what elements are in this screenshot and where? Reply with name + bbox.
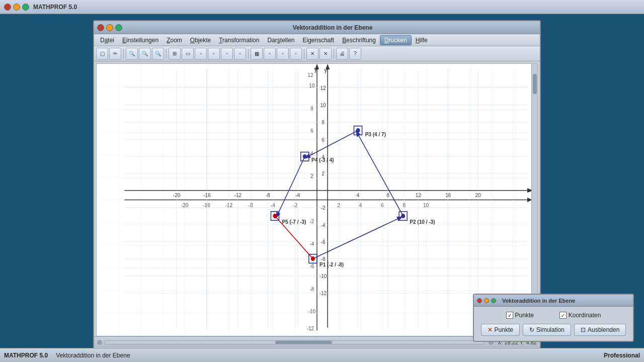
close-btn[interactable]: [4, 4, 11, 11]
toolbar: ▢ ✏ 🔍 🔍 🔍 ⊞ ▭ ▫ ▫ ▫ ▫ ▦ ▫ ▫ ▫ ✕ ✕ 🖨 ?: [94, 46, 540, 61]
svg-text:P1 (-2 / -8): P1 (-2 / -8): [319, 261, 344, 268]
checkbox-koordinaten[interactable]: ✓: [559, 312, 567, 319]
toolbar-sep2: [166, 49, 167, 59]
svg-text:-12: -12: [234, 192, 242, 199]
toolbar-b4[interactable]: ▫: [234, 48, 246, 60]
svg-point-117: [356, 128, 360, 133]
min-btn[interactable]: [13, 4, 20, 11]
svg-text:Y: Y: [313, 66, 318, 74]
svg-text:6: 6: [321, 136, 325, 143]
toolbar-help[interactable]: ?: [349, 48, 361, 60]
toolbar-zoom-in[interactable]: 🔍: [152, 48, 164, 60]
toolbar-close-x[interactable]: ✕: [306, 48, 318, 60]
title-bar: MATHPROF 5.0: [0, 0, 644, 14]
menu-hilfe[interactable]: Hilfe: [412, 36, 432, 45]
dialog-buttons: ✕ Punkte ↻ Simulation ⊡ Ausblenden: [479, 324, 628, 336]
scroll-left-btn[interactable]: [97, 340, 102, 345]
toolbar-sep5: [334, 49, 334, 59]
btn-simulation-label: Simulation: [536, 326, 565, 333]
dialog-min-btn[interactable]: [484, 298, 489, 303]
graph-svg: X Y -4 -8 -12 -16 -20 -2 2 4 6 8 10 2 4 …: [97, 64, 537, 336]
svg-text:P3 (4 / 7): P3 (4 / 7): [365, 131, 386, 137]
svg-text:-4: -4: [321, 222, 326, 228]
max-btn[interactable]: [22, 4, 29, 11]
main-min-btn[interactable]: [106, 24, 113, 31]
btn-simulation[interactable]: ↻ Simulation: [523, 324, 571, 336]
menu-eigenschaft[interactable]: Eigenschaft: [298, 36, 338, 45]
checkbox-koordinaten-label[interactable]: ✓ Koordinaten: [559, 312, 601, 319]
dialog-close-btn[interactable]: [477, 298, 482, 303]
main-window-controls[interactable]: [97, 24, 122, 31]
toolbar-zoom-reset[interactable]: 🔍: [139, 48, 151, 60]
checkbox-punkte-text: Punkte: [515, 312, 534, 319]
svg-text:-4: -4: [295, 192, 300, 199]
scrollbar-horizontal[interactable]: [104, 340, 485, 344]
btn-punkte-label: Punkte: [495, 326, 513, 333]
toolbar-b7[interactable]: ▫: [290, 48, 302, 60]
svg-text:P2 (10 / -3): P2 (10 / -3): [410, 219, 435, 225]
scrollbar-v-thumb[interactable]: [533, 74, 537, 94]
toolbar-b6[interactable]: ▫: [277, 48, 289, 60]
window-controls[interactable]: [4, 4, 29, 11]
svg-text:20: 20: [475, 192, 481, 199]
svg-text:-6: -6: [321, 238, 326, 245]
btn-ausblenden[interactable]: ⊡ Ausblenden: [574, 324, 626, 336]
toolbar-sep4: [304, 49, 304, 59]
main-max-btn[interactable]: [115, 24, 122, 31]
svg-text:-2: -2: [321, 205, 326, 211]
checkbox-punkte[interactable]: ✓: [506, 312, 513, 319]
svg-text:10: 10: [320, 102, 326, 109]
svg-point-114: [401, 214, 405, 218]
toolbar-b5[interactable]: ▫: [264, 48, 276, 60]
dialog-max-btn[interactable]: [491, 298, 496, 303]
bottom-bar: MATHPROF 5.0 Vektoraddition in der Ebene…: [0, 348, 644, 362]
toolbar-draw[interactable]: ✏: [109, 48, 121, 60]
checkbox-punkte-label[interactable]: ✓ Punkte: [506, 312, 534, 319]
svg-text:P5 (-7 / -3): P5 (-7 / -3): [282, 219, 306, 225]
svg-text:-20: -20: [181, 202, 189, 208]
toolbar-print[interactable]: 🖨: [336, 48, 348, 60]
checkbox-koordinaten-text: Koordinaten: [569, 312, 601, 319]
toolbar-pointer[interactable]: ▢: [96, 48, 108, 60]
toolbar-frame[interactable]: ▭: [182, 48, 194, 60]
svg-text:12: 12: [416, 192, 421, 199]
dialog-window-controls[interactable]: [477, 298, 496, 303]
btn-ausblenden-label: Ausblenden: [588, 326, 619, 333]
toolbar-table[interactable]: ▦: [251, 48, 263, 60]
dialog-titlebar: Vektoraddition in der Ebene: [474, 295, 633, 307]
svg-text:12: 12: [307, 72, 313, 78]
scrollbar-h-thumb[interactable]: [275, 341, 332, 344]
toolbar-sep3: [248, 49, 249, 59]
app-title: MATHPROF 5.0: [33, 4, 77, 11]
bottom-app-name: MATHPROF 5.0: [4, 352, 48, 359]
menu-zoom[interactable]: Zoom: [163, 36, 186, 45]
svg-text:-12: -12: [307, 325, 314, 332]
toolbar-b2[interactable]: ▫: [208, 48, 220, 60]
checkbox-row: ✓ Punkte ✓ Koordinaten: [479, 312, 628, 319]
menu-datei[interactable]: Datei: [96, 36, 118, 45]
menu-einstellungen[interactable]: Einstellungen: [118, 36, 163, 45]
svg-text:8: 8: [321, 119, 325, 126]
toolbar-b1[interactable]: ▫: [195, 48, 207, 60]
toolbar-sep1: [123, 49, 124, 59]
toolbar-close-x2[interactable]: ✕: [319, 48, 332, 60]
menu-objekte[interactable]: Objekte: [186, 36, 215, 45]
main-window-titlebar: Vektoraddition in der Ebene: [94, 21, 540, 34]
toolbar-grid[interactable]: ⊞: [169, 48, 181, 60]
toolbar-zoom-out[interactable]: 🔍: [126, 48, 138, 60]
menu-transformation[interactable]: Transformation: [215, 36, 263, 45]
svg-text:-12: -12: [319, 290, 327, 297]
svg-text:12: 12: [320, 84, 326, 91]
svg-text:8: 8: [386, 192, 389, 199]
canvas-area[interactable]: Neigungswinkel des Vektors P1P2: 22,62° …: [96, 63, 538, 336]
svg-text:-8: -8: [266, 192, 270, 199]
menu-drucken[interactable]: Drucken: [380, 35, 412, 45]
menu-beschriftung[interactable]: Beschriftung: [338, 36, 380, 45]
menu-darstellen[interactable]: Darstellen: [263, 36, 298, 45]
toolbar-b3[interactable]: ▫: [221, 48, 233, 60]
btn-punkte[interactable]: ✕ Punkte: [481, 324, 520, 336]
dialog-window: Vektoraddition in der Ebene ✓ Punkte ✓ K…: [473, 294, 634, 342]
svg-point-120: [303, 154, 307, 159]
main-close-btn[interactable]: [97, 24, 104, 31]
svg-text:-20: -20: [173, 192, 181, 199]
